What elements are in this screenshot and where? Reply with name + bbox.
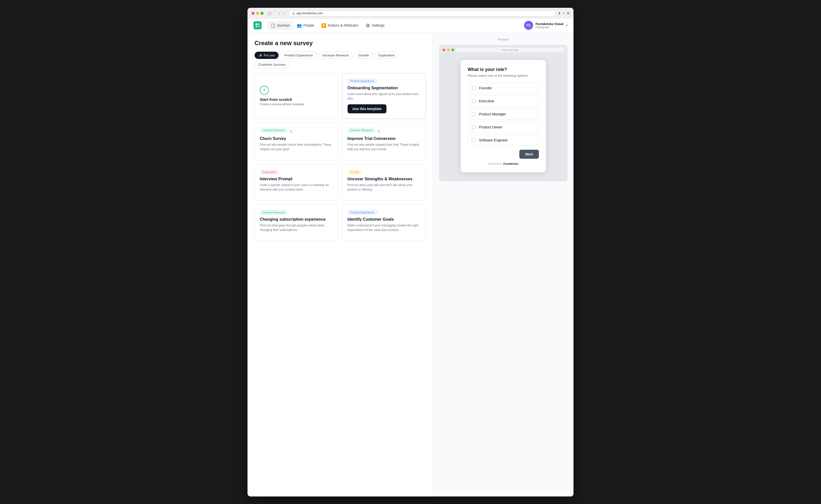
preview-browser-bar: Your web app — [439, 45, 567, 55]
option-label-software-engineer: Software Engineer — [479, 138, 508, 142]
nav-items: 📋 Surveys 👥 People 🔽 Actions & Attribute… — [268, 21, 524, 30]
option-label-founder: Founder — [479, 86, 492, 90]
browser-chrome: ⬜ ‹ › 🔒 app.formbricks.com ⬆ + ⧉ — [248, 8, 573, 19]
card-desc-onboarding: Learn more about who signed up to your p… — [348, 92, 421, 101]
preview-label: Preview — [439, 38, 567, 41]
scratch-title: Start from scratch — [260, 97, 292, 102]
card-title-interview: Interview Prompt — [260, 177, 333, 181]
filter-tab-label-product-experience: Product Experience — [284, 53, 313, 57]
option-label-executive: Executive — [479, 99, 494, 103]
lock-icon: 🔒 — [292, 12, 295, 15]
template-card-customer-goals[interactable]: Product Experience Identify Customer Goa… — [342, 205, 426, 241]
radio-executive[interactable] — [471, 99, 476, 103]
nav-item-settings[interactable]: ⚙️ Settings — [362, 21, 388, 30]
back-button[interactable]: ‹ — [278, 11, 281, 16]
card-desc-churn: Find out why people cancel their subscri… — [260, 142, 333, 151]
filter-tab-label-growth: Growth — [358, 53, 369, 57]
tabs-icon[interactable]: ⧉ — [567, 11, 569, 15]
filter-tabs: ✨ For you Product Experience Increase Re… — [255, 52, 426, 68]
filter-tab-label-for-you: For you — [264, 53, 275, 57]
right-panel: Preview Your web app What is your role? … — [433, 33, 573, 496]
badge-growth: Growth — [348, 170, 362, 174]
svg-rect-2 — [256, 26, 257, 27]
filter-tab-product-experience[interactable]: Product Experience — [281, 52, 316, 59]
template-card-scratch[interactable]: + Start from scratch Create a survey wit… — [255, 73, 338, 119]
left-panel: Create a new survey ✨ For you Product Ex… — [248, 33, 433, 496]
option-label-product-owner: Product Owner — [479, 125, 502, 129]
forward-button[interactable]: › — [283, 11, 286, 16]
traffic-lights — [252, 12, 264, 15]
card-header-trial: Increase Revenue ⇅ — [348, 128, 421, 135]
browser-nav: ‹ › — [278, 11, 286, 16]
sparkle-icon: ✨ — [258, 53, 262, 57]
filter-options-icon-2[interactable]: ⇅ — [377, 129, 380, 133]
template-card-interview[interactable]: Exploration Interview Prompt Invite a sp… — [255, 164, 338, 201]
radio-product-owner[interactable] — [471, 125, 476, 129]
filter-tab-exploration[interactable]: Exploration — [375, 52, 398, 59]
minimize-button[interactable] — [256, 12, 259, 15]
nav-item-surveys[interactable]: 📋 Surveys — [268, 21, 293, 30]
browser-window: ⬜ ‹ › 🔒 app.formbricks.com ⬆ + ⧉ — [248, 8, 573, 496]
template-grid: + Start from scratch Create a survey wit… — [255, 73, 426, 241]
surveys-icon: 📋 — [271, 23, 276, 28]
main-content: Create a new survey ✨ For you Product Ex… — [248, 33, 573, 496]
filter-tab-label-customer-success: Customer Success — [258, 63, 286, 66]
nav-item-people[interactable]: 👥 People — [294, 21, 317, 30]
option-product-manager[interactable]: Product Manager — [468, 109, 539, 120]
template-card-trial[interactable]: Increase Revenue ⇅ Improve Trial Convers… — [342, 123, 426, 160]
badge-product-goals: Product Experience — [348, 210, 377, 215]
template-card-churn[interactable]: Increase Revenue ⇅ Churn Survey Find out… — [255, 123, 338, 160]
svg-rect-0 — [256, 23, 257, 25]
filter-tab-increase-revenue[interactable]: Increase Revenue — [319, 52, 353, 59]
nav-label-actions: Actions & Attributes — [328, 23, 358, 27]
card-title-trial: Improve Trial Conversion — [348, 136, 421, 141]
nav-label-surveys: Surveys — [277, 23, 290, 27]
radio-product-manager[interactable] — [471, 112, 476, 116]
svg-rect-1 — [258, 23, 260, 25]
card-desc-customer-goals: Better understand if your messaging crea… — [348, 223, 421, 232]
template-card-strengths[interactable]: Growth Uncover Strengths & Weaknesses Fi… — [342, 164, 426, 201]
card-header-churn: Increase Revenue ⇅ — [260, 128, 333, 135]
badge-exploration: Exploration — [260, 170, 279, 174]
settings-icon: ⚙️ — [365, 23, 370, 28]
modal-subtitle: Please select one of the following optio… — [468, 74, 539, 77]
chevron-down-icon[interactable]: ▾ — [566, 24, 567, 27]
filter-tab-label-increase-revenue: Increase Revenue — [322, 53, 349, 57]
powered-by: Powered by Formbricks — [468, 162, 539, 165]
sidebar-toggle-button[interactable]: ⬜ — [266, 11, 272, 16]
next-button[interactable]: Next — [519, 150, 539, 159]
card-title-onboarding: Onboarding Segmentation — [348, 86, 421, 90]
close-button[interactable] — [252, 12, 255, 15]
modal-title: What is your role? — [468, 67, 539, 72]
template-card-subscription[interactable]: Increase Revenue Changing subscription e… — [255, 205, 338, 241]
nav-item-actions[interactable]: 🔽 Actions & Attributes — [318, 21, 361, 30]
radio-founder[interactable] — [471, 86, 476, 90]
filter-tab-growth[interactable]: Growth — [355, 52, 373, 59]
preview-minimize — [447, 49, 450, 51]
option-executive[interactable]: Executive — [468, 96, 539, 107]
new-tab-icon[interactable]: + — [563, 11, 565, 15]
share-icon[interactable]: ⬆ — [558, 11, 561, 15]
option-founder[interactable]: Founder — [468, 82, 539, 94]
use-template-button[interactable]: Use this template — [348, 104, 387, 113]
svg-rect-3 — [258, 26, 260, 27]
scratch-desc: Create a survey without template. — [260, 103, 305, 106]
card-desc-subscription: Find out what goes through peoples minds… — [260, 223, 333, 232]
filter-tab-for-you[interactable]: ✨ For you — [255, 52, 279, 59]
template-card-onboarding[interactable]: Product Experience Onboarding Segmentati… — [342, 73, 426, 119]
radio-software-engineer[interactable] — [471, 138, 476, 142]
option-software-engineer[interactable]: Software Engineer — [468, 135, 539, 146]
url-text: app.formbricks.com — [296, 12, 323, 15]
filter-icon: 🔽 — [321, 23, 326, 28]
address-bar[interactable]: 🔒 app.formbricks.com — [289, 10, 555, 16]
page-title: Create a new survey — [255, 40, 426, 47]
maximize-button[interactable] — [261, 12, 264, 15]
nav-label-people: People — [303, 23, 314, 27]
user-info: Formbricks Cloud Formbricks — [536, 22, 563, 29]
filter-tab-customer-success[interactable]: Customer Success — [255, 61, 289, 68]
option-product-owner[interactable]: Product Owner — [468, 122, 539, 133]
badge-revenue-subscription: Increase Revenue — [260, 210, 288, 215]
filter-options-icon[interactable]: ⇅ — [290, 129, 293, 133]
option-label-product-manager: Product Manager — [479, 112, 506, 116]
badge-product-experience: Product Experience — [348, 79, 377, 83]
